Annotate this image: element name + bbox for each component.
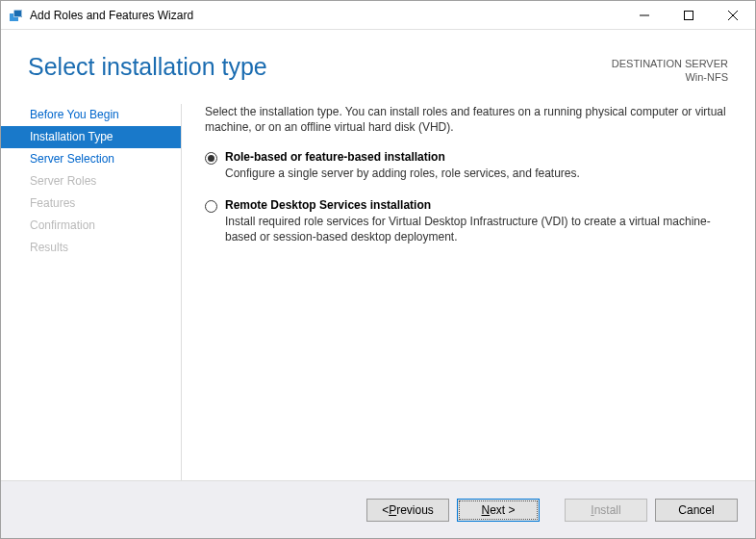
wizard-sidebar: Before You Begin Installation Type Serve… <box>1 104 182 480</box>
destination-server-name: Win-NFS <box>612 70 728 84</box>
content-area: Before You Begin Installation Type Serve… <box>1 96 755 480</box>
close-button[interactable] <box>711 1 755 30</box>
sidebar-item-features: Features <box>1 192 181 215</box>
option-title: Role-based or feature-based installation <box>225 150 736 164</box>
option-remote-desktop[interactable]: Remote Desktop Services installation Ins… <box>205 198 736 244</box>
sidebar-item-server-roles: Server Roles <box>1 170 181 192</box>
option-role-based[interactable]: Role-based or feature-based installation… <box>205 150 736 181</box>
sidebar-item-before-you-begin[interactable]: Before You Begin <box>1 104 181 126</box>
sidebar-item-confirmation: Confirmation <box>1 215 181 237</box>
option-title: Remote Desktop Services installation <box>225 198 736 212</box>
radio-remote-desktop[interactable] <box>205 200 217 213</box>
wizard-footer: < Previous Next > Install Cancel <box>1 480 755 538</box>
server-manager-icon <box>9 8 24 23</box>
svg-rect-1 <box>13 10 22 17</box>
cancel-button[interactable]: Cancel <box>655 499 738 522</box>
option-description: Install required role services for Virtu… <box>225 214 736 244</box>
titlebar: Add Roles and Features Wizard <box>1 1 755 30</box>
header: Select installation type DESTINATION SER… <box>1 30 755 96</box>
sidebar-item-installation-type[interactable]: Installation Type <box>1 126 181 148</box>
wizard-window: Add Roles and Features Wizard Select ins… <box>0 0 756 539</box>
radio-role-based[interactable] <box>205 152 217 165</box>
page-title: Select installation type <box>28 53 612 81</box>
sidebar-item-server-selection[interactable]: Server Selection <box>1 148 181 170</box>
sidebar-item-results: Results <box>1 237 181 259</box>
maximize-button[interactable] <box>667 1 711 30</box>
intro-text: Select the installation type. You can in… <box>205 104 736 135</box>
previous-button[interactable]: < Previous <box>366 499 449 522</box>
next-button[interactable]: Next > <box>457 499 540 522</box>
svg-rect-4 <box>685 11 693 19</box>
destination-server-block: DESTINATION SERVER Win-NFS <box>612 53 728 85</box>
minimize-button[interactable] <box>622 1 667 30</box>
main-panel: Select the installation type. You can in… <box>182 104 755 480</box>
destination-server-label: DESTINATION SERVER <box>612 57 728 70</box>
option-description: Configure a single server by adding role… <box>225 166 736 181</box>
window-title: Add Roles and Features Wizard <box>30 9 193 22</box>
install-button: Install <box>565 499 647 522</box>
